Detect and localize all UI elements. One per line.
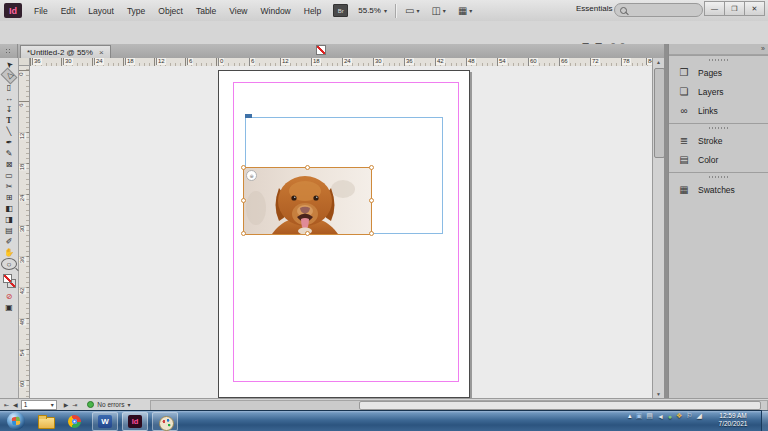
frame-handle[interactable] xyxy=(369,198,374,203)
menu-layout[interactable]: Layout xyxy=(88,6,114,16)
previous-page-button[interactable]: ◀ xyxy=(13,401,18,408)
show-hidden-icons-button[interactable]: ▴ xyxy=(628,412,632,420)
panel-group-gripper[interactable] xyxy=(708,59,730,61)
last-page-button[interactable]: ⇥ xyxy=(72,401,77,408)
fill-stroke-swatches[interactable] xyxy=(2,274,16,290)
vertical-scrollbar[interactable]: ▲ ▼ xyxy=(652,58,664,398)
panel-item-color[interactable]: ▤Color xyxy=(669,150,768,169)
dog-photo[interactable] xyxy=(244,168,371,234)
preflight-status[interactable]: No errors ▾ xyxy=(87,401,130,408)
tray-display-icon[interactable]: ▣ xyxy=(636,412,643,420)
tray-network-icon[interactable]: ◢ xyxy=(697,412,702,420)
close-button[interactable]: ✕ xyxy=(744,1,765,16)
screen-mode-button-tools[interactable]: ▣ xyxy=(2,302,16,312)
tray-color-app-icon[interactable]: ❖ xyxy=(676,412,682,420)
gradient-feather-tool[interactable]: ◨ xyxy=(2,214,16,224)
menu-table[interactable]: Table xyxy=(196,6,216,16)
zoom-level-dropdown[interactable]: 55.5% ▾ xyxy=(358,6,387,15)
page-number-dropdown[interactable]: 1 ▾ xyxy=(21,400,57,410)
taskbar-explorer-button[interactable] xyxy=(32,412,58,431)
search-icon xyxy=(620,7,627,14)
restore-button[interactable]: ❐ xyxy=(724,1,745,16)
line-tool[interactable]: ╲ xyxy=(2,126,16,136)
rectangle-frame-tool[interactable]: ⊠ xyxy=(2,159,16,169)
frame-handle[interactable] xyxy=(369,165,374,170)
vertical-ruler[interactable]: 06121824303642485460 xyxy=(19,66,30,398)
menu-object[interactable]: Object xyxy=(158,6,183,16)
view-options-button[interactable]: ▭▾ xyxy=(405,5,419,16)
tray-clipboard-icon[interactable]: ▤ xyxy=(646,412,653,420)
scissors-tool[interactable]: ✂ xyxy=(2,181,16,191)
panel-group-gripper[interactable] xyxy=(708,127,730,129)
document-page[interactable]: ⊕ xyxy=(218,70,470,398)
tools-panel-gripper[interactable] xyxy=(0,44,18,58)
taskbar-chrome-button[interactable] xyxy=(62,412,88,431)
horizontal-scrollbar-thumb[interactable] xyxy=(359,401,761,410)
note-tool[interactable]: ▤ xyxy=(2,225,16,235)
search-input[interactable] xyxy=(614,3,703,17)
panel-item-links[interactable]: ∞Links xyxy=(669,101,768,120)
screen-mode-button[interactable]: ◫▾ xyxy=(431,5,445,16)
menu-file[interactable]: File xyxy=(34,6,48,16)
tray-antivirus-icon[interactable]: ● xyxy=(668,413,672,420)
panel-group-gripper[interactable] xyxy=(708,176,730,178)
eyedropper-tool[interactable]: ✐ xyxy=(2,236,16,246)
taskbar-clock[interactable]: 12:59 AM 7/20/2021 xyxy=(708,412,758,428)
first-page-button[interactable]: ⇤ xyxy=(4,401,9,408)
taskbar-paint-button[interactable] xyxy=(152,412,178,431)
tab-close-icon[interactable]: × xyxy=(99,48,104,57)
vertical-scrollbar-thumb[interactable] xyxy=(654,68,665,158)
menu-type[interactable]: Type xyxy=(127,6,145,16)
content-collector-tool[interactable]: ↧ xyxy=(2,104,16,114)
pen-tool[interactable]: ✒ xyxy=(2,137,16,147)
free-transform-tool[interactable]: ⊞ xyxy=(2,192,16,202)
frame-handle[interactable] xyxy=(305,165,310,170)
gap-tool[interactable]: ↔ xyxy=(2,93,16,103)
panel-item-pages[interactable]: ❐Pages xyxy=(669,63,768,82)
horizontal-ruler-label: 12 xyxy=(280,58,290,65)
zoom-tool[interactable]: ○ xyxy=(1,258,17,270)
tray-volume-icon[interactable]: ◄ xyxy=(657,413,664,420)
menu-help[interactable]: Help xyxy=(304,6,321,16)
frame-handle[interactable] xyxy=(305,231,310,236)
taskbar-word-button[interactable]: W xyxy=(92,412,118,431)
text-frame-inport[interactable] xyxy=(245,114,252,118)
collapse-dock-icon[interactable]: » xyxy=(761,45,765,53)
tray-action-center-flag-icon[interactable]: ⚐ xyxy=(686,412,692,420)
selected-image-frame[interactable]: ⊕ xyxy=(243,167,372,235)
hand-tool[interactable]: ✋ xyxy=(2,247,16,257)
vertical-ruler-label: 6 xyxy=(19,103,25,106)
apply-none-button[interactable]: ⊘ xyxy=(2,291,16,301)
menu-view[interactable]: View xyxy=(229,6,247,16)
menu-window[interactable]: Window xyxy=(261,6,291,16)
show-desktop-button[interactable] xyxy=(761,410,768,431)
document-tab[interactable]: *Untitled-2 @ 55% × xyxy=(20,45,111,59)
workspace-switcher[interactable]: Essentials ▾ xyxy=(576,4,619,13)
ruler-origin-box[interactable] xyxy=(19,58,30,66)
frame-badge[interactable]: ⊕ xyxy=(246,170,257,181)
taskbar-start-button[interactable] xyxy=(4,412,28,431)
arrange-documents-button[interactable]: ▦▾ xyxy=(458,5,472,16)
frame-handle[interactable] xyxy=(241,165,246,170)
bridge-button[interactable]: Br xyxy=(333,4,348,17)
panel-item-stroke[interactable]: ≣Stroke xyxy=(669,131,768,150)
type-tool[interactable]: T xyxy=(2,115,16,125)
minimize-button[interactable]: — xyxy=(704,1,725,16)
panel-item-swatches[interactable]: ▦Swatches xyxy=(669,180,768,199)
scroll-down-icon[interactable]: ▼ xyxy=(653,390,664,398)
gradient-swatch-tool[interactable]: ◧ xyxy=(2,203,16,213)
pasteboard[interactable]: ⊕ xyxy=(30,66,652,398)
indesign-icon: Id xyxy=(128,415,142,428)
scroll-up-icon[interactable]: ▲ xyxy=(653,58,664,66)
menu-edit[interactable]: Edit xyxy=(61,6,76,16)
pencil-tool[interactable]: ✎ xyxy=(2,148,16,158)
next-page-button[interactable]: ▶ xyxy=(64,401,69,408)
vertical-ruler-label: 36 xyxy=(19,257,26,264)
taskbar-indesign-button[interactable]: Id xyxy=(122,412,148,431)
horizontal-ruler-label: 60 xyxy=(528,58,538,65)
frame-handle[interactable] xyxy=(241,231,246,236)
panel-item-layers[interactable]: ❏Layers xyxy=(669,82,768,101)
rectangle-tool[interactable]: ▭ xyxy=(2,170,16,180)
frame-handle[interactable] xyxy=(241,198,246,203)
frame-handle[interactable] xyxy=(369,231,374,236)
